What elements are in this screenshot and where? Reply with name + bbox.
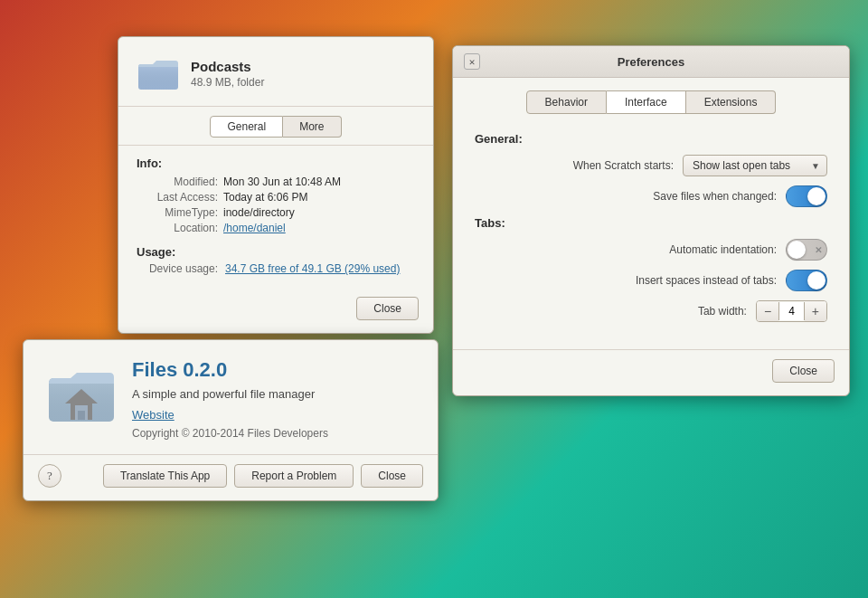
svg-rect-1	[138, 64, 178, 90]
copyright: Copyright © 2010-2014 Files Developers	[132, 427, 416, 440]
stepper-minus-button[interactable]: −	[757, 301, 778, 321]
save-files-label: Save files when changed:	[653, 190, 777, 203]
folder-icon	[137, 52, 180, 95]
file-size: 48.9 MB, folder	[191, 76, 264, 89]
tab-width-label: Tab width:	[698, 305, 747, 318]
prefs-close-x[interactable]: ✕	[464, 53, 480, 70]
mimetype-val: inode/directory	[223, 206, 415, 219]
prefs-body: General: When Scratch starts: Show last …	[453, 123, 849, 349]
file-info-footer: Close	[118, 290, 433, 333]
website-link[interactable]: Website	[132, 408, 416, 422]
file-info-tabs: General More	[118, 107, 433, 138]
about-body: Files 0.2.0 A simple and powerful file m…	[24, 340, 438, 454]
file-info-header: Podcasts 48.9 MB, folder	[118, 37, 433, 107]
prefs-titlebar: ✕ Preferences	[453, 46, 849, 78]
prefs-tab-extensions[interactable]: Extensions	[686, 90, 777, 114]
when-scratch-label: When Scratch starts:	[573, 159, 674, 172]
translate-button[interactable]: Translate This App	[103, 464, 227, 488]
tabs-section-title: Tabs:	[475, 216, 827, 230]
usage-section-label: Usage:	[137, 245, 415, 259]
tab-width-value: 4	[778, 302, 805, 320]
tab-width-stepper: − 4 +	[756, 300, 827, 322]
toggle-knob-3	[807, 271, 826, 290]
toggle-x-icon: ✕	[815, 245, 822, 255]
device-usage-key: Device usage:	[137, 262, 218, 275]
last-access-key: Last Access:	[137, 191, 218, 204]
insert-spaces-toggle[interactable]	[786, 270, 827, 291]
about-close-button[interactable]: Close	[361, 464, 423, 488]
auto-indent-toggle[interactable]: ✕	[786, 239, 827, 261]
save-files-toggle[interactable]	[786, 185, 827, 207]
location-val[interactable]: /home/daniel	[223, 222, 415, 234]
device-usage-val: 34.7 GB free of 49.1 GB (29% used)	[225, 262, 400, 275]
app-name: Files 0.2.0	[132, 358, 416, 382]
tab-more[interactable]: More	[283, 116, 341, 138]
auto-indent-label: Automatic indentation:	[669, 243, 777, 256]
about-footer: ? Translate This App Report a Problem Cl…	[24, 454, 438, 500]
preferences-dialog: ✕ Preferences Behavior Interface Extensi…	[452, 45, 850, 396]
svg-rect-7	[78, 411, 85, 420]
prefs-tab-interface[interactable]: Interface	[607, 90, 686, 114]
stepper-plus-button[interactable]: +	[805, 301, 826, 321]
when-scratch-row: When Scratch starts: Show last open tabs…	[475, 155, 827, 176]
toggle-knob	[807, 187, 826, 205]
when-scratch-control: Show last open tabs Open new scratch Do …	[683, 155, 827, 176]
location-key: Location:	[137, 222, 218, 234]
info-section-label: Info:	[137, 157, 415, 170]
file-info-dialog: Podcasts 48.9 MB, folder General More In…	[118, 36, 434, 334]
general-section-title: General:	[475, 132, 827, 146]
prefs-title: Preferences	[480, 55, 822, 69]
prefs-tabs: Behavior Interface Extensions	[453, 78, 849, 123]
insert-spaces-control	[786, 270, 827, 291]
about-buttons: Translate This App Report a Problem Clos…	[103, 464, 423, 488]
help-button[interactable]: ?	[38, 464, 61, 488]
app-desc: A simple and powerful file manager	[132, 387, 416, 401]
prefs-footer: Close	[453, 349, 849, 395]
about-dialog: Files 0.2.0 A simple and powerful file m…	[23, 339, 439, 501]
file-info-close-button[interactable]: Close	[356, 297, 419, 320]
insert-spaces-label: Insert spaces instead of tabs:	[636, 274, 777, 287]
modified-val: Mon 30 Jun at 10:48 AM	[223, 176, 415, 188]
file-name: Podcasts	[191, 59, 264, 74]
auto-indent-row: Automatic indentation: ✕	[475, 239, 827, 261]
when-scratch-dropdown[interactable]: Show last open tabs Open new scratch Do …	[683, 155, 827, 176]
save-files-control	[786, 185, 827, 207]
prefs-tab-behavior[interactable]: Behavior	[526, 90, 607, 114]
tab-width-control: − 4 +	[756, 300, 827, 322]
insert-spaces-row: Insert spaces instead of tabs:	[475, 270, 827, 291]
last-access-val: Today at 6:06 PM	[223, 191, 415, 204]
modified-key: Modified:	[137, 176, 218, 188]
tab-general[interactable]: General	[210, 116, 283, 138]
save-files-row: Save files when changed:	[475, 185, 827, 207]
app-info: Files 0.2.0 A simple and powerful file m…	[132, 358, 416, 440]
app-icon	[45, 358, 118, 431]
file-info-title-area: Podcasts 48.9 MB, folder	[191, 59, 264, 89]
mimetype-key: MimeType:	[137, 206, 218, 219]
report-problem-button[interactable]: Report a Problem	[234, 464, 354, 488]
toggle-knob-2	[788, 241, 806, 259]
tab-width-row: Tab width: − 4 +	[475, 300, 827, 322]
prefs-close-button[interactable]: Close	[772, 359, 835, 383]
auto-indent-control: ✕	[786, 239, 827, 261]
info-grid: Modified: Mon 30 Jun at 10:48 AM Last Ac…	[137, 176, 415, 234]
usage-row: Device usage: 34.7 GB free of 49.1 GB (2…	[137, 262, 415, 275]
file-info-body: Info: Modified: Mon 30 Jun at 10:48 AM L…	[118, 146, 433, 290]
